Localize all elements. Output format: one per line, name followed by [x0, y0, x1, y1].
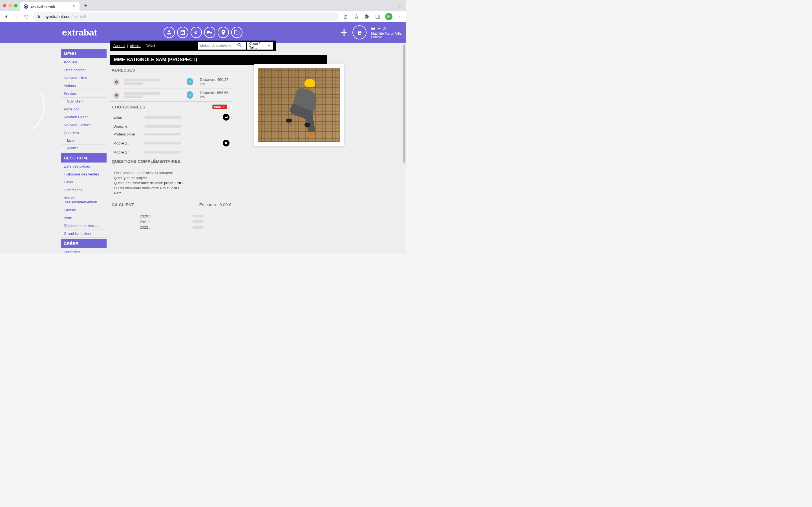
sidebar-gest-header: GEST. COM.	[61, 153, 107, 163]
sidebar-item[interactable]: Liste des pièces	[61, 163, 107, 170]
sidebar-item[interactable]: Fiche contact	[61, 66, 107, 74]
sidebar-creer-header: CRÉER	[61, 239, 107, 248]
sidebar-item[interactable]: Relation Client	[61, 113, 107, 121]
sidebar-item[interactable]: Liste	[61, 137, 107, 145]
address-text	[123, 91, 183, 99]
search-box[interactable]	[198, 42, 246, 50]
svg-point-3	[238, 43, 240, 46]
sub-header-bar: Accueil | clients | Détail Client / Tel……	[110, 41, 276, 51]
app-header: extrabat € + e Mathilde Martin Villa Ext…	[0, 22, 406, 43]
sidebar-item[interactable]: Réglements et lettrage	[61, 222, 107, 230]
euro-icon[interactable]: €	[191, 27, 202, 38]
user-info: Mathilde Martin Villa Extrabat	[371, 26, 402, 39]
reload-button[interactable]	[23, 13, 30, 20]
question-line: Quelle est l'échéance de votre projet ? …	[114, 181, 229, 185]
browser-toolbar: myextrabat.com/clients# M ⋮	[0, 11, 406, 22]
scrollbar-thumb[interactable]	[403, 45, 405, 163]
forward-button[interactable]	[13, 13, 20, 20]
svg-rect-0	[376, 15, 380, 18]
folder-icon[interactable]	[231, 27, 243, 38]
globe-icon[interactable]	[187, 91, 193, 99]
mail-icon[interactable]	[371, 26, 375, 31]
sidebar-item[interactable]: Courriers	[61, 129, 107, 137]
sidebar-item[interactable]: Actions	[61, 82, 107, 90]
filter-select[interactable]: Client / Tel… ▼	[247, 42, 273, 50]
add-button[interactable]: +	[340, 25, 348, 40]
share-icon[interactable]	[342, 13, 349, 20]
new-tab-button[interactable]: +	[82, 2, 90, 10]
tabs-dropdown-icon[interactable]: ⌵	[399, 3, 403, 8]
user-name: Mathilde Martin Villa	[371, 32, 402, 36]
sidebar-item[interactable]: Ajouter	[61, 145, 107, 152]
ca-year-value-redacted	[192, 226, 204, 229]
distance-label: Distance : 555.56 km	[200, 91, 230, 99]
coord-value-redacted	[144, 116, 181, 119]
search-input[interactable]	[200, 44, 237, 48]
logo[interactable]: extrabat	[62, 27, 97, 38]
window-controls	[3, 4, 17, 7]
calendar-icon[interactable]	[177, 27, 188, 38]
sidebar-menu-header: MENU	[61, 49, 107, 58]
crumb-clients[interactable]: clients	[130, 44, 141, 48]
sidebar-item[interactable]: Avoir	[61, 214, 107, 222]
inactif-toggle[interactable]	[230, 105, 233, 109]
sidebar-item[interactable]: Suivi client	[61, 98, 107, 105]
search-icon[interactable]	[237, 43, 242, 49]
menu-icon[interactable]: ⋮	[396, 13, 403, 20]
coord-label: Mobile 1 :	[113, 141, 142, 145]
question-line: Où en êtes-vous dans votre Projet ? NC	[114, 186, 229, 190]
contacts-icon[interactable]	[163, 27, 175, 38]
header-nav-icons: €	[163, 27, 243, 38]
sidebar-item[interactable]: Performer	[61, 248, 107, 253]
globe-icon[interactable]	[187, 78, 193, 86]
crumb-detail: Détail	[146, 44, 155, 48]
lock-icon	[37, 15, 41, 18]
sidebar-item[interactable]: Porte doc	[61, 105, 107, 113]
client-image	[258, 68, 340, 142]
sidebar-item[interactable]: Accueil	[61, 58, 107, 66]
question-line: Observations generales du prospect	[114, 171, 229, 175]
coord-value-redacted	[144, 125, 181, 128]
sidebar-item[interactable]: Facture	[61, 206, 107, 214]
address-text	[123, 78, 183, 86]
crumb-home[interactable]: Accueil	[113, 44, 125, 48]
extensions-icon[interactable]	[364, 13, 370, 20]
coord-row: Email :	[110, 112, 233, 122]
sidebar-item[interactable]: Bon de livraison/intervention	[61, 194, 107, 206]
profile-avatar[interactable]: M	[385, 13, 393, 20]
ca-year-row: 2020 :	[114, 214, 229, 218]
sidebar-item[interactable]: Nouveau RDV	[61, 74, 107, 82]
coord-row: Mobile 1 :	[110, 138, 233, 148]
sidebar-item[interactable]: Commande	[61, 186, 107, 194]
sidebar-icon[interactable]	[374, 13, 381, 20]
sidebar-item[interactable]: Historique des ventes	[61, 170, 107, 178]
tab-title: Extrabat - clients	[31, 4, 70, 8]
address-row: Distance : 450.27 km	[110, 75, 233, 89]
browser-tab[interactable]: e Extrabat - clients ×	[20, 2, 80, 11]
coord-row: Professionnel :	[110, 130, 233, 138]
sms-icon[interactable]	[223, 140, 230, 147]
coord-value-redacted	[144, 133, 181, 135]
back-button[interactable]	[3, 13, 10, 20]
close-window[interactable]	[3, 4, 6, 7]
sidebar-item[interactable]: Service	[61, 90, 107, 98]
sidebar-item[interactable]: Grand livre client	[61, 230, 107, 238]
power-icon[interactable]	[382, 26, 386, 31]
ca-encours: En cours : 0.00 €	[199, 202, 231, 207]
sidebar-item[interactable]: Devis	[61, 178, 107, 186]
sidebar-item[interactable]: Nouveau Service	[61, 121, 107, 129]
minimize-window[interactable]	[8, 4, 12, 7]
location-icon[interactable]	[218, 27, 229, 38]
maximize-window[interactable]	[14, 4, 17, 7]
close-tab-icon[interactable]: ×	[72, 4, 76, 8]
user-badge-icon[interactable]: e	[352, 25, 366, 40]
tab-favicon-icon: e	[24, 4, 28, 9]
email-icon[interactable]	[223, 114, 230, 121]
address-bar[interactable]: myextrabat.com/clients#	[33, 12, 339, 21]
address-row: Distance : 555.56 km	[110, 89, 233, 102]
settings-icon[interactable]	[377, 26, 380, 31]
coord-label: Professionnel :	[113, 132, 142, 136]
bookmark-icon[interactable]	[353, 13, 360, 20]
truck-icon[interactable]	[204, 27, 215, 38]
ca-year-label: 2021 :	[140, 220, 150, 224]
